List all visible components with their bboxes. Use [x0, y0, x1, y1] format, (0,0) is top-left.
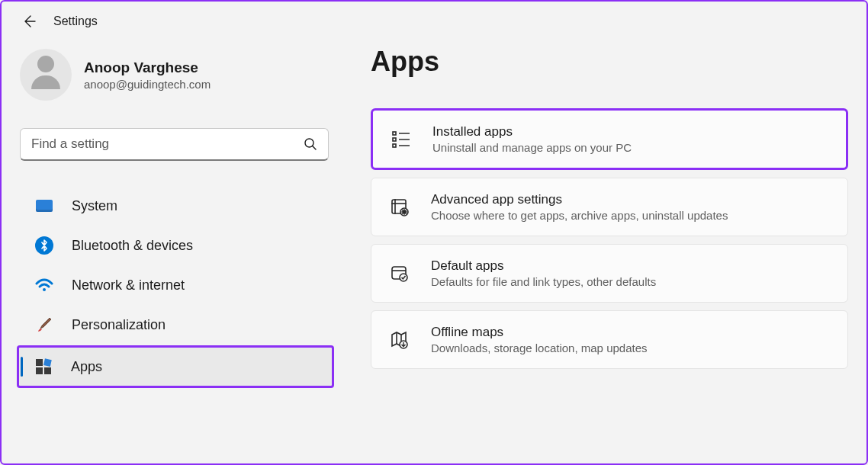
default-apps-icon	[388, 262, 411, 285]
back-button[interactable]	[20, 12, 38, 30]
card-offline-maps[interactable]: Offline maps Downloads, storage location…	[371, 310, 848, 369]
bluetooth-icon	[35, 236, 53, 255]
svg-rect-3	[36, 359, 43, 366]
installed-apps-icon	[390, 128, 413, 151]
avatar	[20, 49, 72, 101]
card-title: Advanced app settings	[431, 192, 728, 207]
sidebar-item-system[interactable]: System	[20, 187, 340, 225]
svg-rect-8	[393, 138, 396, 141]
apps-icon	[34, 358, 53, 376]
svg-rect-5	[36, 367, 43, 374]
sidebar-item-bluetooth[interactable]: Bluetooth & devices	[20, 226, 340, 265]
sidebar-item-label: Personalization	[72, 317, 166, 333]
card-subtitle: Downloads, storage location, map updates	[431, 342, 648, 354]
card-list: Installed apps Uninstall and manage apps…	[371, 108, 848, 369]
system-icon	[35, 197, 53, 215]
search-icon	[304, 137, 317, 151]
card-default-apps[interactable]: Default apps Defaults for file and link …	[371, 244, 848, 303]
sidebar-item-apps[interactable]: Apps	[17, 345, 334, 388]
sidebar-item-network[interactable]: Network & internet	[20, 266, 340, 304]
card-advanced-settings[interactable]: Advanced app settings Choose where to ge…	[371, 178, 848, 236]
sidebar-item-label: Network & internet	[72, 277, 185, 293]
card-subtitle: Uninstall and manage apps on your PC	[432, 141, 632, 154]
profile-section[interactable]: Anoop Varghese anoop@guidingtech.com	[20, 49, 340, 101]
window-title: Settings	[53, 14, 98, 28]
svg-rect-7	[393, 132, 396, 135]
sidebar-item-label: Apps	[71, 359, 102, 375]
page-title: Apps	[371, 46, 848, 78]
card-title: Default apps	[431, 258, 656, 274]
svg-rect-9	[393, 144, 396, 147]
advanced-settings-icon	[388, 196, 411, 219]
wifi-icon	[35, 276, 53, 294]
brush-icon	[35, 316, 53, 334]
svg-rect-4	[43, 358, 52, 367]
sidebar-item-personalization[interactable]: Personalization	[20, 306, 340, 344]
svg-point-2	[43, 288, 46, 291]
card-subtitle: Choose where to get apps, archive apps, …	[431, 209, 728, 222]
card-installed-apps[interactable]: Installed apps Uninstall and manage apps…	[371, 108, 848, 170]
search-input[interactable]	[31, 136, 304, 152]
card-title: Installed apps	[432, 124, 632, 140]
card-subtitle: Defaults for file and link types, other …	[431, 275, 656, 288]
sidebar-item-label: Bluetooth & devices	[72, 238, 193, 254]
svg-line-1	[313, 146, 316, 149]
svg-rect-6	[44, 367, 51, 374]
profile-email: anoop@guidingtech.com	[84, 78, 211, 91]
card-title: Offline maps	[431, 325, 648, 340]
sidebar-nav: System Bluetooth & devices Network & int…	[20, 187, 340, 388]
search-box[interactable]	[20, 128, 329, 161]
profile-name: Anoop Varghese	[84, 59, 211, 76]
sidebar-item-label: System	[72, 198, 117, 214]
offline-maps-icon	[388, 329, 411, 351]
